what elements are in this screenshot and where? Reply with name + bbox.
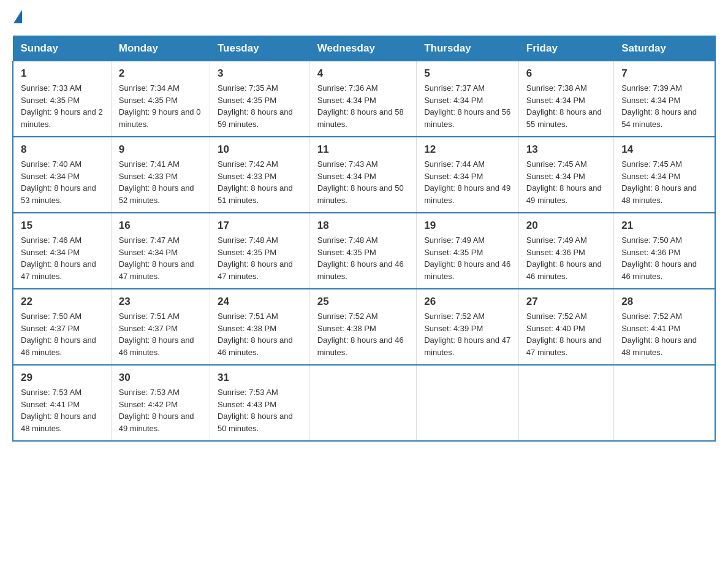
calendar-cell: 29 Sunrise: 7:53 AMSunset: 4:41 PMDaylig…	[13, 365, 111, 441]
page-header	[12, 12, 716, 23]
calendar-cell: 8 Sunrise: 7:40 AMSunset: 4:34 PMDayligh…	[13, 137, 111, 213]
day-info: Sunrise: 7:53 AMSunset: 4:43 PMDaylight:…	[218, 386, 302, 434]
calendar-cell: 13 Sunrise: 7:45 AMSunset: 4:34 PMDaylig…	[518, 137, 613, 213]
day-number: 28	[621, 296, 707, 308]
day-number: 11	[317, 144, 409, 156]
calendar-cell: 4 Sunrise: 7:36 AMSunset: 4:34 PMDayligh…	[309, 61, 417, 137]
day-number: 25	[317, 296, 409, 308]
day-number: 1	[21, 67, 104, 80]
day-info: Sunrise: 7:48 AMSunset: 4:35 PMDaylight:…	[317, 234, 409, 282]
day-info: Sunrise: 7:38 AMSunset: 4:34 PMDaylight:…	[526, 82, 606, 130]
calendar-cell	[518, 365, 613, 441]
calendar-cell: 10 Sunrise: 7:42 AMSunset: 4:33 PMDaylig…	[210, 137, 309, 213]
day-info: Sunrise: 7:50 AMSunset: 4:36 PMDaylight:…	[621, 234, 707, 282]
calendar-cell: 15 Sunrise: 7:46 AMSunset: 4:34 PMDaylig…	[13, 213, 111, 289]
calendar-cell: 21 Sunrise: 7:50 AMSunset: 4:36 PMDaylig…	[614, 213, 715, 289]
calendar-cell	[309, 365, 417, 441]
calendar-cell: 22 Sunrise: 7:50 AMSunset: 4:37 PMDaylig…	[13, 289, 111, 365]
calendar-cell: 11 Sunrise: 7:43 AMSunset: 4:34 PMDaylig…	[309, 137, 417, 213]
day-info: Sunrise: 7:51 AMSunset: 4:37 PMDaylight:…	[119, 310, 202, 358]
day-header-row: SundayMondayTuesdayWednesdayThursdayFrid…	[13, 36, 715, 61]
day-info: Sunrise: 7:39 AMSunset: 4:34 PMDaylight:…	[621, 82, 707, 130]
calendar-cell: 20 Sunrise: 7:49 AMSunset: 4:36 PMDaylig…	[518, 213, 613, 289]
calendar-header: SundayMondayTuesdayWednesdayThursdayFrid…	[13, 36, 715, 61]
logo	[12, 12, 22, 23]
day-info: Sunrise: 7:43 AMSunset: 4:34 PMDaylight:…	[317, 158, 409, 206]
day-info: Sunrise: 7:53 AMSunset: 4:41 PMDaylight:…	[21, 386, 104, 434]
day-info: Sunrise: 7:45 AMSunset: 4:34 PMDaylight:…	[526, 158, 606, 206]
day-number: 10	[218, 144, 302, 156]
day-number: 18	[317, 220, 409, 232]
day-number: 6	[526, 67, 606, 80]
day-number: 29	[21, 372, 104, 384]
day-info: Sunrise: 7:42 AMSunset: 4:33 PMDaylight:…	[218, 158, 302, 206]
day-number: 31	[218, 372, 302, 384]
calendar-cell: 18 Sunrise: 7:48 AMSunset: 4:35 PMDaylig…	[309, 213, 417, 289]
day-number: 21	[621, 220, 707, 232]
day-info: Sunrise: 7:46 AMSunset: 4:34 PMDaylight:…	[21, 234, 104, 282]
day-number: 15	[21, 220, 104, 232]
week-row-1: 1 Sunrise: 7:33 AMSunset: 4:35 PMDayligh…	[13, 61, 715, 137]
day-header-monday: Monday	[111, 36, 210, 61]
day-number: 19	[424, 220, 511, 232]
day-header-wednesday: Wednesday	[309, 36, 417, 61]
day-info: Sunrise: 7:36 AMSunset: 4:34 PMDaylight:…	[317, 82, 409, 130]
day-info: Sunrise: 7:52 AMSunset: 4:41 PMDaylight:…	[621, 310, 707, 358]
week-row-4: 22 Sunrise: 7:50 AMSunset: 4:37 PMDaylig…	[13, 289, 715, 365]
day-number: 13	[526, 144, 606, 156]
day-number: 27	[526, 296, 606, 308]
calendar-cell: 30 Sunrise: 7:53 AMSunset: 4:42 PMDaylig…	[111, 365, 210, 441]
logo-triangle-icon	[13, 10, 22, 23]
calendar-cell: 7 Sunrise: 7:39 AMSunset: 4:34 PMDayligh…	[614, 61, 715, 137]
calendar-cell: 25 Sunrise: 7:52 AMSunset: 4:38 PMDaylig…	[309, 289, 417, 365]
day-info: Sunrise: 7:53 AMSunset: 4:42 PMDaylight:…	[119, 386, 202, 434]
calendar-table: SundayMondayTuesdayWednesdayThursdayFrid…	[12, 36, 716, 442]
day-header-tuesday: Tuesday	[210, 36, 309, 61]
day-number: 9	[119, 144, 202, 156]
day-number: 24	[218, 296, 302, 308]
day-header-saturday: Saturday	[614, 36, 715, 61]
calendar-cell: 6 Sunrise: 7:38 AMSunset: 4:34 PMDayligh…	[518, 61, 613, 137]
calendar-cell: 5 Sunrise: 7:37 AMSunset: 4:34 PMDayligh…	[417, 61, 519, 137]
day-info: Sunrise: 7:37 AMSunset: 4:34 PMDaylight:…	[424, 82, 511, 130]
day-info: Sunrise: 7:35 AMSunset: 4:35 PMDaylight:…	[218, 82, 302, 130]
day-number: 4	[317, 67, 409, 80]
day-header-thursday: Thursday	[417, 36, 519, 61]
day-number: 5	[424, 67, 511, 80]
calendar-cell: 3 Sunrise: 7:35 AMSunset: 4:35 PMDayligh…	[210, 61, 309, 137]
day-number: 14	[621, 144, 707, 156]
day-info: Sunrise: 7:48 AMSunset: 4:35 PMDaylight:…	[218, 234, 302, 282]
day-number: 8	[21, 144, 104, 156]
day-number: 3	[218, 67, 302, 80]
day-number: 7	[621, 67, 707, 80]
day-number: 20	[526, 220, 606, 232]
calendar-cell: 2 Sunrise: 7:34 AMSunset: 4:35 PMDayligh…	[111, 61, 210, 137]
day-info: Sunrise: 7:52 AMSunset: 4:39 PMDaylight:…	[424, 310, 511, 358]
day-info: Sunrise: 7:41 AMSunset: 4:33 PMDaylight:…	[119, 158, 202, 206]
calendar-cell: 27 Sunrise: 7:52 AMSunset: 4:40 PMDaylig…	[518, 289, 613, 365]
day-info: Sunrise: 7:49 AMSunset: 4:35 PMDaylight:…	[424, 234, 511, 282]
day-number: 23	[119, 296, 202, 308]
day-info: Sunrise: 7:44 AMSunset: 4:34 PMDaylight:…	[424, 158, 511, 206]
calendar-cell: 19 Sunrise: 7:49 AMSunset: 4:35 PMDaylig…	[417, 213, 519, 289]
calendar-cell: 16 Sunrise: 7:47 AMSunset: 4:34 PMDaylig…	[111, 213, 210, 289]
day-info: Sunrise: 7:51 AMSunset: 4:38 PMDaylight:…	[218, 310, 302, 358]
calendar-cell	[417, 365, 519, 441]
day-info: Sunrise: 7:45 AMSunset: 4:34 PMDaylight:…	[621, 158, 707, 206]
day-info: Sunrise: 7:33 AMSunset: 4:35 PMDaylight:…	[21, 82, 104, 130]
calendar-cell: 31 Sunrise: 7:53 AMSunset: 4:43 PMDaylig…	[210, 365, 309, 441]
calendar-cell: 24 Sunrise: 7:51 AMSunset: 4:38 PMDaylig…	[210, 289, 309, 365]
calendar-cell: 1 Sunrise: 7:33 AMSunset: 4:35 PMDayligh…	[13, 61, 111, 137]
day-number: 12	[424, 144, 511, 156]
day-header-sunday: Sunday	[13, 36, 111, 61]
calendar-cell: 14 Sunrise: 7:45 AMSunset: 4:34 PMDaylig…	[614, 137, 715, 213]
day-header-friday: Friday	[518, 36, 613, 61]
calendar-body: 1 Sunrise: 7:33 AMSunset: 4:35 PMDayligh…	[13, 61, 715, 442]
calendar-cell: 9 Sunrise: 7:41 AMSunset: 4:33 PMDayligh…	[111, 137, 210, 213]
day-number: 17	[218, 220, 302, 232]
day-info: Sunrise: 7:52 AMSunset: 4:40 PMDaylight:…	[526, 310, 606, 358]
day-info: Sunrise: 7:47 AMSunset: 4:34 PMDaylight:…	[119, 234, 202, 282]
calendar-cell: 28 Sunrise: 7:52 AMSunset: 4:41 PMDaylig…	[614, 289, 715, 365]
day-number: 16	[119, 220, 202, 232]
week-row-2: 8 Sunrise: 7:40 AMSunset: 4:34 PMDayligh…	[13, 137, 715, 213]
